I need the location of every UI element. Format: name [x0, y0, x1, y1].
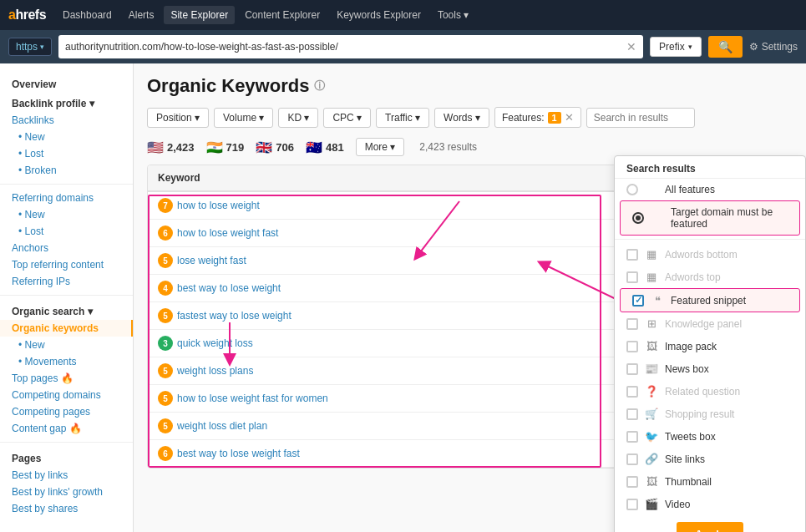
sidebar-item-referring-domains[interactable]: Referring domains — [0, 190, 133, 206]
dropdown-item[interactable]: 🔗 Site links — [615, 448, 805, 470]
nav-content-explorer[interactable]: Content Explorer — [238, 6, 327, 24]
dropdown-item-label: Video — [665, 499, 793, 510]
dropdown-item[interactable]: 🛒 Shopping result — [615, 403, 805, 425]
more-countries-button[interactable]: More ▾ — [356, 138, 405, 156]
feature-icon: 🔗 — [645, 453, 658, 465]
keyword-cell[interactable]: 7how to lose weight — [148, 191, 677, 220]
filter-words[interactable]: Words ▾ — [434, 108, 489, 128]
stats-row: 🇺🇸 2,423 🇮🇳 719 🇬🇧 706 🇦🇺 481 More ▾ 2,4… — [147, 138, 793, 156]
sidebar-item-new[interactable]: • New — [0, 129, 133, 145]
checkbox-control[interactable] — [626, 341, 638, 352]
sidebar-item-org-new[interactable]: • New — [0, 337, 133, 353]
clear-url-icon[interactable]: ✕ — [626, 40, 636, 53]
filter-kd[interactable]: KD ▾ — [278, 108, 318, 128]
sidebar-item-ref-new[interactable]: • New — [0, 206, 133, 223]
dropdown-item[interactable]: ❝ Featured snippet — [620, 288, 800, 312]
checkbox-control[interactable] — [626, 499, 638, 510]
features-dropdown-panel: Search results All features Target domai… — [614, 155, 806, 532]
sidebar-item-competing-domains[interactable]: Competing domains — [0, 387, 133, 403]
keyword-cell[interactable]: 5how to lose weight fast for women — [148, 385, 677, 413]
search-button[interactable]: 🔍 — [708, 36, 743, 58]
sidebar-section-organic-search[interactable]: Organic search ▾ — [0, 301, 133, 320]
radio-control[interactable] — [626, 184, 638, 195]
nav-tools[interactable]: Tools ▾ — [431, 6, 475, 24]
nav-alerts[interactable]: Alerts — [122, 6, 161, 24]
checkbox-control[interactable] — [626, 476, 638, 488]
sidebar-item-org-movements[interactable]: • Movements — [0, 353, 133, 370]
filters-bar: Position ▾ Volume ▾ KD ▾ CPC ▾ Traffic ▾… — [147, 107, 793, 128]
keyword-cell[interactable]: 5weight loss plans — [148, 357, 677, 385]
sidebar-item-best-by-links[interactable]: Best by links — [0, 467, 133, 484]
filter-cpc[interactable]: CPC ▾ — [323, 108, 371, 128]
dropdown-item-label: Related question — [665, 386, 793, 398]
checkbox-control[interactable] — [626, 318, 638, 330]
checkbox-control[interactable] — [626, 249, 638, 261]
keyword-cell[interactable]: 5fastest way to lose weight — [148, 302, 677, 330]
sidebar-item-lost[interactable]: • Lost — [0, 145, 133, 162]
sidebar-item-broken[interactable]: • Broken — [0, 162, 133, 179]
dropdown-item[interactable]: All features — [615, 179, 805, 200]
sidebar-section-backlink-profile[interactable]: Backlink profile ▾ — [0, 93, 133, 112]
dropdown-item[interactable]: ▦ Adwords bottom — [615, 243, 805, 266]
dropdown-item[interactable]: ❓ Related question — [615, 380, 805, 403]
sidebar-item-anchors[interactable]: Anchors — [0, 240, 133, 256]
keyword-cell[interactable]: 4best way to lose weight — [148, 275, 677, 302]
radio-control[interactable] — [632, 212, 644, 224]
checkbox-control[interactable] — [626, 271, 638, 283]
dropdown-item[interactable]: 📰 News box — [615, 357, 805, 380]
settings-button[interactable]: ⚙ Settings — [749, 41, 798, 53]
stat-in-count: 719 — [226, 141, 245, 154]
dropdown-item[interactable]: Target domain must be featured — [620, 200, 800, 236]
feature-icon: 🛒 — [645, 408, 658, 420]
sidebar-item-backlinks[interactable]: Backlinks — [0, 112, 133, 129]
apply-button[interactable]: Apply — [677, 522, 743, 532]
sidebar-item-organic-keywords[interactable]: Organic keywords — [0, 320, 133, 337]
info-icon[interactable]: ⓘ — [314, 79, 325, 94]
sidebar-item-referring-ips[interactable]: Referring IPs — [0, 273, 133, 290]
keyword-cell[interactable]: 6how to lose weight fast — [148, 220, 677, 247]
sidebar-item-top-pages[interactable]: Top pages 🔥 — [0, 370, 133, 387]
sidebar-item-best-by-links-growth[interactable]: Best by links' growth — [0, 484, 133, 500]
features-clear-icon[interactable]: ✕ — [565, 111, 574, 124]
prefix-label: Prefix — [659, 41, 685, 53]
sidebar-item-top-referring[interactable]: Top referring content — [0, 256, 133, 273]
dropdown-item[interactable]: ▦ Adwords top — [615, 266, 805, 288]
top-navigation: ahrefs Dashboard Alerts Site Explorer Co… — [0, 0, 806, 30]
sidebar-item-content-gap[interactable]: Content gap 🔥 — [0, 420, 133, 437]
dropdown-item[interactable]: 🐦 Tweets box — [615, 425, 805, 448]
feature-icon: ❝ — [651, 294, 664, 307]
keyword-cell[interactable]: 3quick weight loss — [148, 330, 677, 357]
dropdown-item[interactable]: 🎬 Video — [615, 493, 805, 515]
checkbox-control[interactable] — [626, 453, 638, 465]
nav-site-explorer[interactable]: Site Explorer — [164, 6, 235, 24]
protocol-dropdown[interactable]: https ▾ — [8, 38, 52, 56]
checkbox-control[interactable] — [626, 431, 638, 443]
checkbox-control[interactable] — [626, 408, 638, 420]
search-results-input[interactable] — [586, 108, 695, 128]
prefix-button[interactable]: Prefix ▾ — [650, 37, 702, 57]
url-input[interactable] — [65, 41, 623, 53]
filter-volume[interactable]: Volume ▾ — [214, 108, 273, 128]
dropdown-item-label: Adwords top — [665, 271, 793, 283]
checkbox-control[interactable] — [626, 386, 638, 398]
stat-gb-count: 706 — [276, 141, 294, 154]
dropdown-item[interactable]: ⊞ Knowledge panel — [615, 312, 805, 335]
sidebar-item-ref-lost[interactable]: • Lost — [0, 223, 133, 240]
filter-traffic[interactable]: Traffic ▾ — [376, 108, 429, 128]
keyword-cell[interactable]: 5lose weight fast — [148, 247, 677, 275]
nav-keywords-explorer[interactable]: Keywords Explorer — [330, 6, 428, 24]
sidebar-item-best-by-shares[interactable]: Best by shares — [0, 500, 133, 517]
keyword-cell[interactable]: 6best way to lose weight fast — [148, 440, 677, 468]
keyword-cell[interactable]: 5weight loss diet plan — [148, 413, 677, 440]
features-filter-btn[interactable]: Features: 1 ✕ — [494, 107, 581, 128]
dropdown-item[interactable]: 🖼 Thumbnail — [615, 470, 805, 493]
sidebar-item-competing-pages[interactable]: Competing pages — [0, 403, 133, 420]
checkbox-control[interactable] — [626, 363, 638, 375]
nav-dashboard[interactable]: Dashboard — [56, 6, 119, 24]
checkbox-control[interactable] — [632, 295, 644, 307]
sidebar-section-overview: Overview — [0, 73, 133, 93]
col-keyword[interactable]: Keyword — [148, 165, 677, 191]
filter-position[interactable]: Position ▾ — [147, 108, 209, 128]
dropdown-item[interactable]: 🖼 Image pack — [615, 335, 805, 357]
chevron-down-icon: ▾ — [40, 43, 44, 51]
